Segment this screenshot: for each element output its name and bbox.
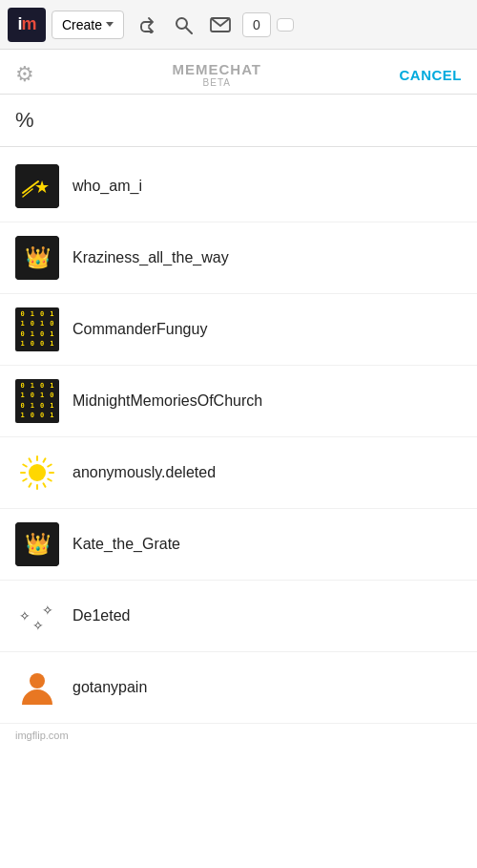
memechat-title: MEMECHAT [172,61,261,77]
search-icon [174,15,193,34]
memechat-header: ⚙ MEMECHAT BETA CANCEL [0,50,477,94]
username: who_am_i [73,178,142,195]
mail-icon [210,17,231,32]
search-button[interactable] [168,10,198,40]
svg-point-9 [29,464,46,481]
username: anonymously.deleted [73,464,216,481]
svg-line-15 [23,479,26,481]
username: gotanypain [73,679,147,696]
username: Kraziness_all_the_way [73,249,229,266]
svg-text:✧: ✧ [42,603,53,618]
avatar [15,666,59,709]
search-bar: % [0,94,477,147]
svg-text:✧: ✧ [19,608,31,624]
beta-label: BETA [203,77,231,88]
svg-line-21 [48,465,51,467]
username: CommanderFunguy [73,321,207,338]
mail-button[interactable] [204,11,237,38]
cancel-button[interactable]: CANCEL [399,67,462,83]
svg-line-1 [186,28,192,33]
svg-text:👑: 👑 [25,244,52,270]
username: Kate_the_Grate [73,536,180,553]
notification-count[interactable]: 0 [242,12,271,37]
svg-line-17 [23,465,26,467]
settings-gear-icon[interactable]: ⚙ [15,62,34,87]
list-item[interactable]: gotanypain [0,652,477,724]
svg-point-27 [30,673,45,688]
svg-text:👑: 👑 [25,531,52,557]
svg-line-20 [44,458,46,461]
svg-text:✧: ✧ [32,618,44,633]
navbar: im Create 0 [0,0,477,50]
avatar: 👑 [15,522,59,566]
list-item[interactable]: 👑Kraziness_all_the_way [0,222,477,294]
shuffle-icon [135,16,156,33]
shuffle-button[interactable] [130,11,162,39]
avatar [15,451,59,495]
create-button[interactable]: Create [52,11,124,39]
memechat-title-area: MEMECHAT BETA [172,61,261,88]
create-label: Create [62,17,102,32]
list-item[interactable]: 0101101001011001MidnightMemoriesOfChurch [0,366,477,437]
avatar: 0101101001011001 [15,307,59,351]
nav-dropdown-button[interactable] [277,18,294,32]
list-item[interactable]: anonymously.deleted [0,437,477,509]
svg-line-12 [44,483,46,486]
list-item[interactable]: ★who_am_i [0,151,477,222]
svg-line-14 [30,483,31,486]
svg-line-18 [30,458,31,461]
logo[interactable]: im [8,8,46,42]
username: MidnightMemoriesOfChurch [73,392,262,410]
search-value: % [15,108,34,132]
list-item[interactable]: 👑Kate_the_Grate [0,509,477,581]
svg-text:★: ★ [34,178,50,197]
list-item[interactable]: ✧✧✧De1eted [0,581,477,652]
avatar: 👑 [15,236,59,280]
svg-line-11 [48,479,51,481]
chevron-down-icon [106,22,114,27]
username: De1eted [73,607,131,625]
user-list: ★who_am_i👑Kraziness_all_the_way010110100… [0,151,477,724]
list-item[interactable]: 0101101001011001CommanderFunguy [0,294,477,366]
avatar: 0101101001011001 [15,379,59,423]
avatar: ★ [15,164,59,208]
avatar: ✧✧✧ [15,594,59,638]
footer-brand: imgflip.com [0,724,477,747]
